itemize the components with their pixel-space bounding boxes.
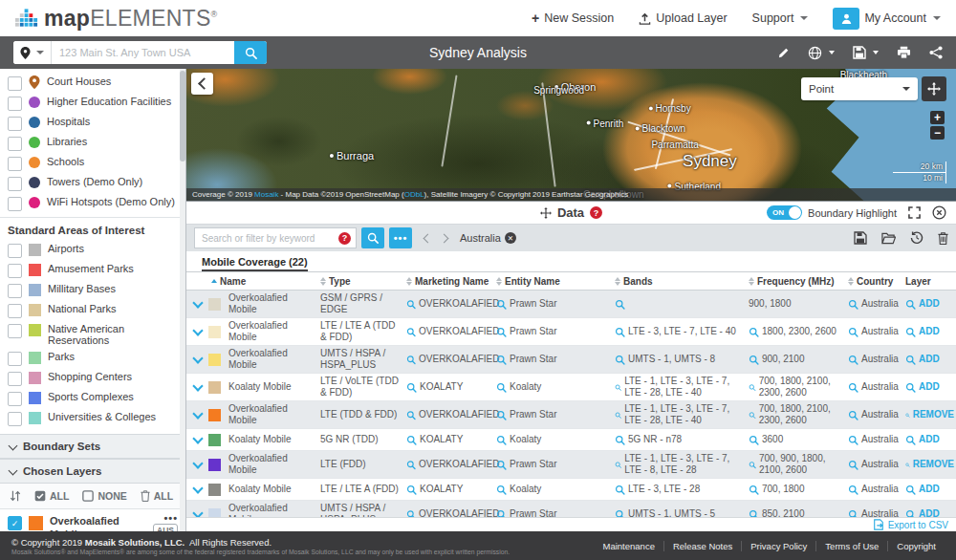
row-expand-chevron-icon[interactable] [192,325,203,335]
layer-checkbox[interactable] [8,264,22,278]
column-header-entity-name[interactable]: Entity Name [494,274,613,289]
row-expand-chevron-icon[interactable] [192,380,203,391]
column-header-bands[interactable]: Bands [613,274,747,289]
basemap-menu[interactable] [808,46,835,60]
filter-search-icon[interactable] [905,355,916,365]
filter-search-icon[interactable] [848,327,858,337]
layer-checkbox[interactable] [8,197,22,211]
close-panel-button[interactable] [932,205,946,220]
search-help-icon[interactable]: ? [338,232,351,245]
filter-search-icon[interactable] [749,460,756,470]
sidebar-layer-item[interactable]: Libraries [0,133,185,153]
filter-search-icon[interactable] [496,382,507,393]
sidebar-area-item[interactable]: Shopping Centers [0,368,185,388]
filter-search-icon[interactable] [615,327,625,337]
layer-checkbox[interactable]: ✓ [8,516,22,530]
sidebar-layer-item[interactable]: Court Houses [0,73,185,93]
location-type-dropdown[interactable] [13,41,52,64]
filter-search-icon[interactable] [496,435,507,445]
filter-search-icon[interactable] [615,460,621,470]
toggle-pill[interactable]: ON [767,205,802,220]
column-header-type[interactable]: Type [318,274,404,289]
layer-action-link[interactable]: REMOVE [913,459,954,470]
filter-search-icon[interactable] [749,509,759,518]
layer-action-link[interactable]: ADD [919,298,940,310]
column-header-marketing-name[interactable]: Marketing Name [404,274,494,289]
avatar[interactable] [833,8,859,30]
sidebar-area-item[interactable]: Amusement Parks [0,260,185,280]
filter-search-icon[interactable] [749,435,759,445]
row-expand-chevron-icon[interactable] [192,353,203,363]
filter-search-icon[interactable] [749,327,759,337]
filter-search-icon[interactable] [615,382,621,393]
filter-search-icon[interactable] [905,485,916,495]
filter-search-icon[interactable] [406,355,416,365]
map-mode-select[interactable]: Point [801,77,918,100]
layer-menu-button[interactable]: ••• [163,515,178,521]
filter-search-icon[interactable] [496,355,507,365]
filter-chip-australia[interactable]: Australia✕ [460,232,516,244]
footer-link[interactable]: Maintenance [595,541,663,551]
attribution-link[interactable]: Mosaik [254,190,278,199]
support-menu[interactable]: Support [752,11,809,25]
remove-filter-icon[interactable]: ✕ [505,232,516,244]
column-header-name[interactable]: Name [186,274,318,289]
my-account-menu[interactable]: My Account [833,8,941,30]
sidebar-layer-item[interactable]: Hospitals [0,113,185,133]
row-expand-chevron-icon[interactable] [192,433,203,443]
sidebar-area-item[interactable]: Universities & Colleges [0,408,185,428]
filter-search-icon[interactable] [848,355,858,365]
filter-search-icon[interactable] [406,485,417,495]
filter-search-icon[interactable] [749,382,756,393]
delete-all-button[interactable]: ALL [141,490,173,502]
sidebar-layer-item[interactable]: Schools [0,153,185,173]
brand-logo[interactable]: mapELEMENTS® [15,8,218,30]
filter-search-icon[interactable] [496,299,507,310]
new-session-button[interactable]: +New Session [532,11,614,25]
map-canvas[interactable]: OberonBlackheathSpringwoodPenrithHornsby… [186,69,956,201]
keyword-search-input[interactable] [200,232,335,245]
sidebar-area-item[interactable]: Parks [0,348,185,368]
filter-search-icon[interactable] [496,460,507,470]
layer-action-link[interactable]: ADD [919,508,940,517]
filter-search-icon[interactable] [496,509,507,518]
filter-search-icon[interactable] [406,382,417,393]
pager-prev-button[interactable] [424,233,433,243]
attribution-link[interactable]: ODbL [404,190,424,199]
filter-search-icon[interactable] [905,410,910,420]
row-expand-chevron-icon[interactable] [192,507,203,517]
scrollbar-thumb[interactable] [180,71,185,162]
row-expand-chevron-icon[interactable] [192,408,203,419]
footer-link[interactable]: Copyright [887,541,945,551]
layer-checkbox[interactable] [8,76,22,91]
filter-search-icon[interactable] [848,509,858,518]
share-button[interactable] [929,46,943,59]
sidebar-area-item[interactable]: Native American Reservations [0,320,185,348]
layer-action-link[interactable]: ADD [919,354,940,365]
filter-search-icon[interactable] [905,509,916,518]
layer-checkbox[interactable] [8,97,22,111]
sidebar-area-item[interactable]: Millitary Bases [0,280,185,300]
filter-search-icon[interactable] [615,509,625,518]
layer-action-link[interactable]: ADD [919,381,940,393]
filter-search-icon[interactable] [615,299,625,310]
open-data-button[interactable] [881,232,896,245]
sidebar-layer-item[interactable]: Higher Education Facilities [0,93,185,113]
filter-search-icon[interactable] [615,485,625,495]
chosen-layers-section[interactable]: Chosen Layers [0,459,185,484]
column-header-country[interactable]: Country [846,274,903,289]
export-csv-button[interactable]: Export to CSV [873,519,948,530]
keyword-search-button[interactable] [361,227,384,248]
filter-search-icon[interactable] [905,327,916,337]
chosen-layer-item[interactable]: ✓Overkoalafied MobileLTE•••AUS [0,509,185,531]
footer-link[interactable]: Release Notes [663,541,741,551]
filter-search-icon[interactable] [496,410,507,420]
upload-layer-button[interactable]: Upload Layer [639,11,727,25]
delete-data-button[interactable] [938,232,948,245]
filter-search-icon[interactable] [905,460,910,470]
filter-search-icon[interactable] [848,460,858,470]
print-button[interactable] [897,46,911,59]
filter-search-icon[interactable] [848,382,858,393]
layer-checkbox[interactable] [8,117,22,131]
select-none-button[interactable]: NONE [82,490,126,502]
